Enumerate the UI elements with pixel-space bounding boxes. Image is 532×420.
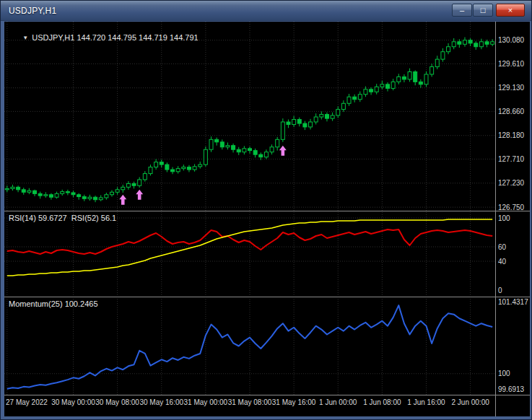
rsi-indicator-label: RSI(14) 59.6727 RSI(52) 56.1 (9, 214, 116, 222)
candle (264, 152, 268, 157)
window-titlebar[interactable]: USDJPY,H1 – □ × (1, 1, 531, 21)
candle (61, 192, 64, 194)
svg-text:31 May 16:00: 31 May 16:00 (272, 398, 316, 406)
candle (380, 84, 384, 87)
candle (424, 74, 428, 84)
close-button[interactable]: × (496, 4, 525, 17)
candle (452, 42, 455, 47)
svg-text:100: 100 (498, 214, 510, 222)
candle (160, 162, 163, 165)
candle (226, 146, 230, 147)
candle (126, 183, 130, 187)
candle (479, 42, 483, 47)
candle (187, 167, 191, 170)
candle (485, 42, 489, 44)
svg-text:127.230: 127.230 (498, 179, 525, 187)
candle (204, 149, 207, 165)
candle (110, 192, 113, 194)
collapse-arrow-icon[interactable]: ▼ (22, 35, 28, 41)
svg-text:99.6913: 99.6913 (498, 385, 525, 393)
svg-text:129.610: 129.610 (498, 60, 525, 68)
candle (215, 139, 219, 141)
candle (121, 187, 125, 189)
svg-text:30 May 00:00: 30 May 00:00 (51, 398, 95, 406)
candle (27, 191, 31, 192)
candle (209, 139, 213, 149)
candle (17, 187, 20, 189)
candle (491, 42, 494, 44)
candle (143, 174, 147, 180)
candle (66, 192, 69, 193)
candle (347, 97, 351, 103)
candle (220, 142, 224, 147)
candle (99, 198, 103, 200)
candle (430, 67, 434, 74)
candle (458, 42, 461, 44)
candle (115, 190, 119, 192)
candle (33, 191, 37, 193)
candle (435, 59, 439, 66)
window-title: USDJPY,H1 (9, 6, 56, 16)
candle (259, 154, 263, 157)
candle (105, 195, 108, 198)
candle (468, 40, 472, 43)
candle (248, 149, 252, 151)
candle (253, 151, 257, 155)
candle (353, 97, 357, 99)
candle (176, 169, 180, 172)
candle (154, 162, 158, 167)
restore-icon: □ (481, 6, 486, 14)
candle (88, 197, 92, 198)
candle (38, 193, 42, 196)
candle (463, 40, 466, 45)
time-axis: 27 May 202230 May 00:0030 May 08:0030 Ma… (6, 398, 489, 406)
candle (370, 89, 373, 92)
candle (341, 103, 345, 109)
svg-text:31 May 00:00: 31 May 00:00 (184, 398, 228, 406)
mt4-chart-window: USDJPY,H1 – □ × 130.080129.610129.130128… (0, 0, 532, 420)
candle (281, 122, 284, 139)
minimize-button[interactable]: – (452, 4, 472, 17)
candle (325, 115, 328, 119)
svg-text:27 May 2022: 27 May 2022 (6, 398, 48, 406)
chart-content[interactable]: 130.080129.610129.130128.660128.180127.7… (4, 22, 530, 416)
candle (138, 180, 141, 185)
candle (314, 117, 318, 122)
candle (474, 43, 478, 47)
close-icon: × (508, 6, 513, 14)
candle (55, 193, 58, 197)
candle (320, 115, 323, 117)
svg-text:128.180: 128.180 (498, 131, 525, 139)
candle (441, 52, 445, 59)
candle (149, 167, 152, 174)
svg-text:1 Jun 00:00: 1 Jun 00:00 (319, 398, 357, 406)
candle (358, 95, 362, 100)
svg-text:101.4317: 101.4317 (498, 298, 528, 306)
candle (297, 120, 301, 124)
momentum-indicator-label: Momentum(25) 100.2465 (9, 299, 98, 308)
candle (447, 47, 450, 52)
svg-text:30 May 08:00: 30 May 08:00 (95, 398, 139, 406)
restore-button[interactable]: □ (473, 4, 493, 17)
candle (49, 195, 53, 197)
candle (391, 82, 395, 88)
candle (232, 146, 235, 150)
candle (303, 123, 307, 127)
window-controls: – □ × (451, 4, 525, 17)
svg-text:126.750: 126.750 (498, 204, 525, 211)
candle (386, 84, 390, 89)
svg-text:130.080: 130.080 (498, 36, 525, 44)
candle (77, 195, 81, 197)
candle (364, 89, 367, 95)
candle (276, 139, 279, 146)
candle (270, 147, 274, 152)
chart-ohlc-values: 144.720 144.795 144.719 144.791 (77, 33, 198, 42)
candle (292, 120, 296, 125)
svg-text:129.130: 129.130 (498, 84, 525, 92)
candle (94, 197, 97, 199)
candle (193, 167, 196, 170)
chart-symbol-period: USDJPY,H1 (32, 33, 74, 42)
svg-text:0: 0 (498, 286, 502, 294)
svg-text:31 May 08:00: 31 May 08:00 (228, 398, 272, 406)
candle (243, 149, 246, 152)
